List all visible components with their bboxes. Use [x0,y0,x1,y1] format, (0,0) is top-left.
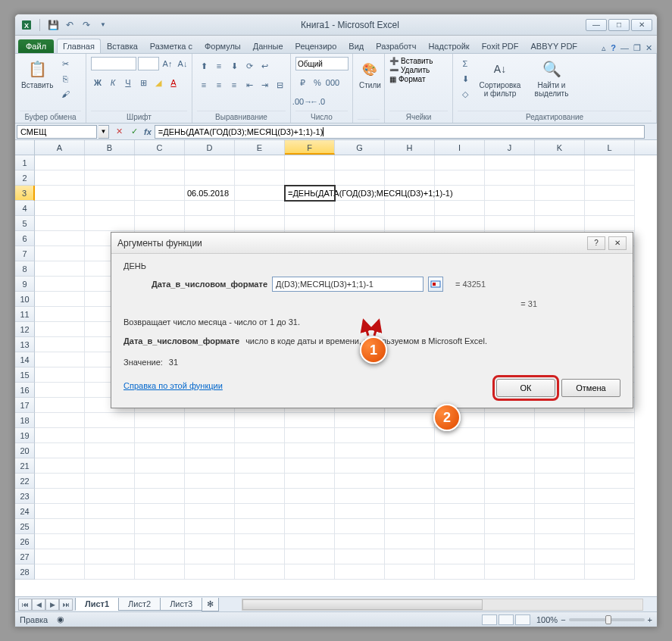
cell[interactable] [235,519,285,534]
tab-nav-last[interactable]: ⏭ [59,599,73,611]
zoom-out-button[interactable]: − [561,615,565,624]
row-header-8[interactable]: 8 [15,261,35,277]
cell[interactable] [485,549,535,564]
cell[interactable] [535,504,585,519]
file-tab[interactable]: Файл [18,39,54,53]
align-middle-icon[interactable]: ≡ [212,59,226,73]
minimize-button[interactable]: — [586,19,607,31]
cell[interactable] [585,504,635,519]
grow-font-icon[interactable]: A↑ [161,57,174,70]
cell[interactable] [385,534,435,549]
cell[interactable] [85,413,135,428]
undo-icon[interactable]: ↶ [63,18,77,32]
shrink-font-icon[interactable]: A↓ [176,57,189,70]
cell[interactable] [135,519,185,534]
name-box-dropdown[interactable]: ▼ [98,125,109,139]
cell[interactable] [285,413,335,428]
cell[interactable] [135,201,185,216]
row-header-27[interactable]: 27 [15,549,35,564]
cell[interactable] [435,534,485,549]
cell[interactable] [185,549,235,564]
cell[interactable] [335,201,385,216]
cell[interactable] [35,383,85,398]
cell[interactable] [135,443,185,458]
cell[interactable] [535,216,585,231]
cell[interactable] [235,489,285,504]
cell[interactable] [435,549,485,564]
cell[interactable] [85,519,135,534]
cell[interactable] [435,519,485,534]
cell[interactable] [285,534,335,549]
cell[interactable] [535,489,585,504]
cell[interactable] [185,443,235,458]
cell[interactable] [235,155,285,170]
cell[interactable] [135,155,185,170]
cell[interactable] [485,519,535,534]
cut-icon[interactable]: ✂ [58,57,73,70]
insert-cells-button[interactable]: ➕Вставить [389,57,433,65]
cell[interactable] [285,443,335,458]
cell[interactable] [535,155,585,170]
cell[interactable] [35,489,85,504]
cell[interactable] [485,201,535,216]
cell[interactable] [285,504,335,519]
cell[interactable] [285,458,335,474]
select-all-corner[interactable] [15,140,35,155]
zoom-in-button[interactable]: + [648,615,652,624]
row-header-24[interactable]: 24 [15,504,35,519]
cell[interactable] [135,170,185,186]
cell[interactable] [385,413,435,428]
format-cells-button[interactable]: ▦Формат [389,75,426,83]
row-header-15[interactable]: 15 [15,367,35,383]
new-sheet-tab[interactable]: ✻ [202,598,219,611]
cell[interactable] [185,216,235,231]
row-header-14[interactable]: 14 [15,352,35,367]
cell[interactable] [85,170,135,186]
ribbon-tab-formulas[interactable]: Формулы [198,39,247,53]
cell[interactable] [485,413,535,428]
formula-bar[interactable]: =ДЕНЬ(ДАТА(ГОД(D3);МЕСЯЦ(D3)+1;1)-1) [155,125,645,139]
dec-decimal-icon[interactable]: ←.0 [311,95,324,108]
ribbon-tab-insert[interactable]: Вставка [101,39,144,53]
cell[interactable] [285,155,335,170]
cell[interactable] [535,413,585,428]
cell[interactable] [585,201,635,216]
row-header-2[interactable]: 2 [15,170,35,186]
cell[interactable] [35,367,85,383]
cell[interactable] [535,428,585,443]
cell[interactable] [135,458,185,474]
row-header-10[interactable]: 10 [15,292,35,307]
underline-icon[interactable]: Ч [121,76,135,89]
col-header-H[interactable]: H [385,140,435,155]
cell[interactable] [235,216,285,231]
cell[interactable] [585,155,635,170]
cell[interactable] [385,216,435,231]
cell[interactable] [285,474,335,489]
cell[interactable] [35,216,85,231]
cell[interactable] [135,474,185,489]
cell[interactable] [285,519,335,534]
currency-icon[interactable]: ₽ [295,76,309,89]
cell[interactable] [185,186,235,201]
cell[interactable] [135,216,185,231]
cell[interactable] [35,413,85,428]
cell[interactable] [335,413,385,428]
cell[interactable] [385,428,435,443]
arg-input[interactable]: Д(D3);МЕСЯЦ(D3)+1;1)-1 [272,277,424,292]
indent-dec-icon[interactable]: ⇤ [242,78,256,92]
cell[interactable] [485,170,535,186]
cell[interactable] [35,307,85,322]
row-header-12[interactable]: 12 [15,322,35,337]
cell[interactable] [35,443,85,458]
cell[interactable] [35,337,85,352]
cell[interactable] [35,352,85,367]
row-header-25[interactable]: 25 [15,519,35,534]
cell[interactable] [85,443,135,458]
col-header-K[interactable]: K [535,140,585,155]
italic-icon[interactable]: К [106,76,120,89]
cell[interactable] [435,170,485,186]
number-format-select[interactable] [295,57,349,70]
cell[interactable] [185,458,235,474]
cell[interactable] [135,428,185,443]
cell[interactable] [235,170,285,186]
